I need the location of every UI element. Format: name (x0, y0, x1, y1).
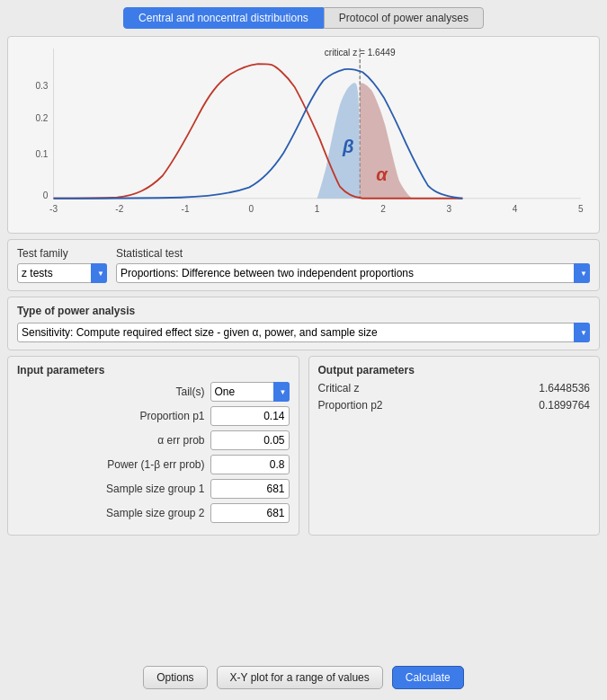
spacer (7, 541, 600, 655)
tails-row: Tail(s) One Two (17, 382, 290, 402)
svg-text:0.1: 0.1 (35, 149, 48, 159)
alpha-err-input[interactable] (210, 430, 290, 450)
tails-label: Tail(s) (17, 385, 210, 398)
svg-text:critical z = 1.6449: critical z = 1.6449 (325, 48, 396, 58)
output-params-panel: Output parameters Critical z 1.6448536 P… (308, 356, 601, 536)
tab-bar: Central and noncentral distributions Pro… (7, 7, 600, 29)
bottom-bar: Options X-Y plot for a range of values C… (7, 660, 600, 693)
sample-size-1-input[interactable] (210, 479, 290, 499)
svg-text:α: α (376, 164, 388, 184)
power-analysis-wrapper: Sensitivity: Compute required effect siz… (17, 323, 590, 342)
proportion-p1-input[interactable] (210, 406, 290, 426)
test-family-label: Test family (17, 247, 107, 260)
params-row: Input parameters Tail(s) One Two Proport… (7, 356, 600, 536)
svg-text:0.2: 0.2 (35, 113, 48, 123)
power-input[interactable] (210, 455, 290, 474)
power-analysis-title: Type of power analysis (17, 305, 590, 317)
sample-size-1-label: Sample size group 1 (17, 483, 210, 495)
input-params-title: Input parameters (17, 364, 290, 377)
tab-protocol[interactable]: Protocol of power analyses (324, 7, 484, 29)
output-params-title: Output parameters (318, 364, 591, 377)
test-family-wrapper: z tests t tests F tests (17, 263, 107, 283)
statistical-test-label: Statistical test (116, 247, 590, 260)
proportion-p1-row: Proportion p1 (17, 406, 290, 426)
main-container: Central and noncentral distributions Pro… (0, 0, 607, 700)
svg-text:-3: -3 (49, 204, 58, 214)
proportion-p2-row: Proportion p2 0.1899764 (318, 399, 591, 412)
critical-z-label: Critical z (318, 382, 360, 394)
sample-size-2-row: Sample size group 2 (17, 503, 290, 523)
tab-distributions[interactable]: Central and noncentral distributions (123, 7, 324, 29)
svg-text:-2: -2 (115, 204, 123, 214)
svg-text:0: 0 (43, 191, 49, 200)
power-analysis-select[interactable]: Sensitivity: Compute required effect siz… (17, 323, 590, 342)
svg-text:2: 2 (380, 204, 386, 214)
critical-z-row: Critical z 1.6448536 (318, 382, 591, 394)
proportion-p1-label: Proportion p1 (17, 410, 210, 422)
test-family-select[interactable]: z tests t tests F tests (17, 263, 107, 283)
stat-test-select[interactable]: Proportions: Difference between two inde… (116, 263, 590, 283)
tails-select-wrapper: One Two (210, 382, 290, 402)
test-section: Test family z tests t tests F tests Stat… (7, 239, 600, 291)
proportion-p2-value: 0.1899764 (539, 399, 590, 412)
distribution-chart: 0.3 0.2 0.1 0 -3 -2 -1 0 1 2 3 4 5 criti… (8, 37, 599, 233)
svg-text:-1: -1 (182, 204, 190, 214)
sample-size-2-input[interactable] (210, 503, 290, 523)
options-button[interactable]: Options (143, 666, 207, 689)
svg-text:4: 4 (513, 204, 518, 214)
sample-size-2-label: Sample size group 2 (17, 507, 210, 519)
power-row: Power (1-β err prob) (17, 455, 290, 474)
svg-text:1: 1 (315, 204, 320, 214)
svg-text:β: β (342, 137, 354, 156)
critical-z-value: 1.6448536 (539, 382, 590, 394)
svg-text:3: 3 (446, 204, 451, 214)
input-params-panel: Input parameters Tail(s) One Two Proport… (7, 356, 299, 536)
chart-area: 0.3 0.2 0.1 0 -3 -2 -1 0 1 2 3 4 5 criti… (7, 36, 600, 234)
xy-plot-button[interactable]: X-Y plot for a range of values (217, 666, 383, 689)
sample-size-1-row: Sample size group 1 (17, 479, 290, 499)
power-label: Power (1-β err prob) (17, 458, 210, 471)
svg-text:0: 0 (249, 204, 254, 214)
tails-select[interactable]: One Two (210, 382, 290, 402)
alpha-err-row: α err prob (17, 430, 290, 450)
proportion-p2-label: Proportion p2 (318, 399, 383, 412)
stat-test-wrapper: Proportions: Difference between two inde… (116, 263, 590, 283)
calculate-button[interactable]: Calculate (392, 666, 464, 689)
power-analysis-section: Type of power analysis Sensitivity: Comp… (7, 297, 600, 350)
svg-text:5: 5 (578, 204, 584, 214)
alpha-err-label: α err prob (17, 434, 210, 447)
svg-text:0.3: 0.3 (35, 81, 48, 91)
